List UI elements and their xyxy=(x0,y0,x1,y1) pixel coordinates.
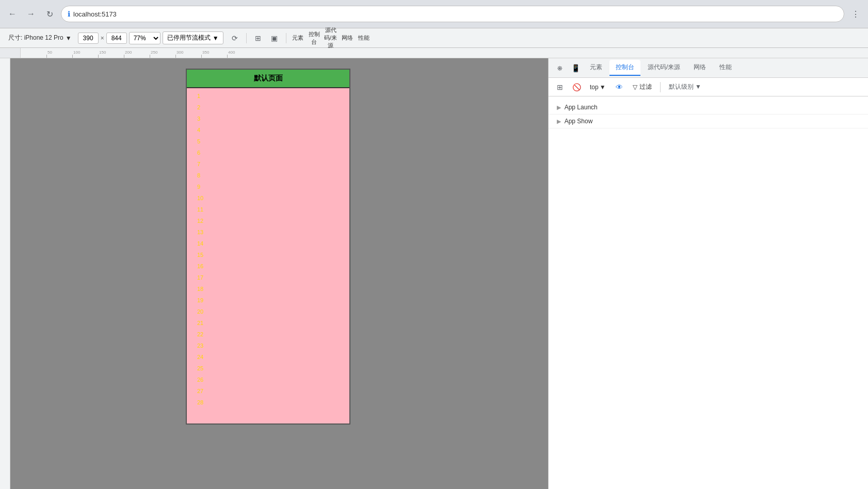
split-icon[interactable]: ▣ xyxy=(267,31,282,45)
sync-icon[interactable]: ⟳ xyxy=(228,31,242,45)
phone-frame: 默认页面 1 2 3 4 5 6 7 8 9 10 11 12 13 14 15… xyxy=(186,69,350,425)
height-input[interactable] xyxy=(106,32,127,44)
width-input[interactable] xyxy=(78,32,99,44)
throttle-label: 已停用节流模式 xyxy=(167,34,211,42)
console-item-launch[interactable]: ▶ App Launch xyxy=(549,101,868,115)
phone-header: 默认页面 xyxy=(187,70,349,88)
url-text: localhost:5173 xyxy=(73,10,117,18)
sources-tab-icon[interactable]: 源代码/来源 xyxy=(324,31,338,45)
line-21: 21 xyxy=(197,317,349,329)
line-16: 16 xyxy=(197,260,349,272)
tab-console[interactable]: 控制台 xyxy=(609,60,640,76)
filter-funnel-icon: ▽ xyxy=(633,84,637,91)
info-icon: ℹ xyxy=(68,10,70,18)
console-tab-icon[interactable]: 控制台 xyxy=(307,31,322,45)
category-label[interactable]: 默认级别 ▼ xyxy=(665,83,705,91)
inspect-icon[interactable]: ⎈ xyxy=(553,61,567,75)
line-28: 28 xyxy=(197,397,349,408)
main-area: 默认页面 1 2 3 4 5 6 7 8 9 10 11 12 13 14 15… xyxy=(0,58,868,489)
tab-elements[interactable]: 元素 xyxy=(584,60,608,76)
ruler-corner xyxy=(0,48,21,58)
line-27: 27 xyxy=(197,385,349,397)
line-23: 23 xyxy=(197,340,349,351)
toolbar-separator xyxy=(246,33,247,43)
expand-icon: ▶ xyxy=(557,104,561,111)
ruler-horizontal: 50 100 150 200 250 300 350 400 xyxy=(21,48,868,58)
browser-chrome: ← → ↻ ℹ localhost:5173 ⋮ xyxy=(0,0,868,28)
expand-icon-2: ▶ xyxy=(557,118,561,125)
throttle-button[interactable]: 已停用节流模式 ▼ xyxy=(163,31,223,44)
line-18: 18 xyxy=(197,283,349,295)
line-8: 8 xyxy=(197,170,349,181)
device-label: 尺寸: iPhone 12 Pro xyxy=(8,34,63,42)
page-title: 默认页面 xyxy=(254,74,283,82)
line-19: 19 xyxy=(197,295,349,306)
line-20: 20 xyxy=(197,306,349,317)
devtools-panel: ⎈ 📱 元素 控制台 源代码/来源 网络 性能 ⊞ 🚫 top xyxy=(548,58,868,489)
line-5: 5 xyxy=(197,136,349,147)
line-17: 17 xyxy=(197,272,349,283)
network-tab-icon[interactable]: 网络 xyxy=(340,31,355,45)
dim-separator: × xyxy=(101,35,104,42)
devtools-subtabs: ⊞ 🚫 top ▼ 👁 ▽ 过滤 默认级别 ▼ xyxy=(549,78,868,96)
line-24: 24 xyxy=(197,351,349,363)
devtools-content: ▶ App Launch ▶ App Show xyxy=(549,96,868,489)
filter-label: 过滤 xyxy=(639,83,652,91)
line-22: 22 xyxy=(197,329,349,340)
subtab-separator xyxy=(660,82,661,92)
line-10: 10 xyxy=(197,192,349,204)
address-bar[interactable]: ℹ localhost:5173 xyxy=(61,6,844,22)
ruler-vertical xyxy=(0,58,10,489)
console-item-label-2: App Show xyxy=(565,118,593,125)
eye-icon[interactable]: 👁 xyxy=(612,80,626,94)
line-15: 15 xyxy=(197,249,349,260)
throttle-arrow-icon: ▼ xyxy=(213,35,219,42)
line-3: 3 xyxy=(197,113,349,124)
top-label: top xyxy=(590,84,599,91)
line-13: 13 xyxy=(197,226,349,238)
line-14: 14 xyxy=(197,238,349,249)
zoom-select[interactable]: 77% 50% 75% 100% xyxy=(129,32,160,44)
devtools-tabs: ⎈ 📱 元素 控制台 源代码/来源 网络 性能 xyxy=(549,58,868,78)
context-arrow-icon: ▼ xyxy=(600,84,606,91)
more-button[interactable]: ⋮ xyxy=(848,7,863,21)
devtools-toolbar: 尺寸: iPhone 12 Pro ▼ × 77% 50% 75% 100% 已… xyxy=(0,28,868,48)
console-item-label: App Launch xyxy=(565,104,598,111)
back-button[interactable]: ← xyxy=(5,7,20,21)
tab-network[interactable]: 网络 xyxy=(687,60,712,76)
device-arrow-icon: ▼ xyxy=(66,35,72,42)
viewport-area: 默认页面 1 2 3 4 5 6 7 8 9 10 11 12 13 14 15… xyxy=(0,58,548,489)
line-4: 4 xyxy=(197,124,349,136)
refresh-button[interactable]: ↻ xyxy=(42,7,57,21)
height-input-container xyxy=(106,32,127,44)
console-item-show[interactable]: ▶ App Show xyxy=(549,115,868,128)
line-6: 6 xyxy=(197,147,349,158)
performance-tab-icon[interactable]: 性能 xyxy=(357,31,371,45)
line-7: 7 xyxy=(197,158,349,170)
console-settings-icon[interactable]: ⊞ xyxy=(553,80,567,94)
width-input-container xyxy=(78,32,99,44)
phone-body: 1 2 3 4 5 6 7 8 9 10 11 12 13 14 15 16 1… xyxy=(187,88,349,423)
line-11: 11 xyxy=(197,204,349,215)
panel-toggle-icon[interactable]: ⊞ xyxy=(251,31,265,45)
elements-tab-icon[interactable]: 元素 xyxy=(291,31,305,45)
line-9: 9 xyxy=(197,181,349,192)
line-1: 1 xyxy=(197,90,349,102)
context-dropdown[interactable]: top ▼ xyxy=(586,82,610,92)
device-icon[interactable]: 📱 xyxy=(568,61,583,75)
toolbar-separator2 xyxy=(286,33,286,43)
line-12: 12 xyxy=(197,215,349,226)
device-selector[interactable]: 尺寸: iPhone 12 Pro ▼ xyxy=(4,31,76,44)
ruler-row: 50 100 150 200 250 300 350 400 xyxy=(0,48,868,58)
line-25: 25 xyxy=(197,363,349,374)
line-26: 26 xyxy=(197,374,349,385)
line-2: 2 xyxy=(197,102,349,113)
clear-console-icon[interactable]: 🚫 xyxy=(569,80,584,94)
forward-button[interactable]: → xyxy=(24,7,38,21)
tab-sources[interactable]: 源代码/来源 xyxy=(641,60,686,76)
tab-performance[interactable]: 性能 xyxy=(713,60,738,76)
filter-button[interactable]: ▽ 过滤 xyxy=(629,81,656,93)
